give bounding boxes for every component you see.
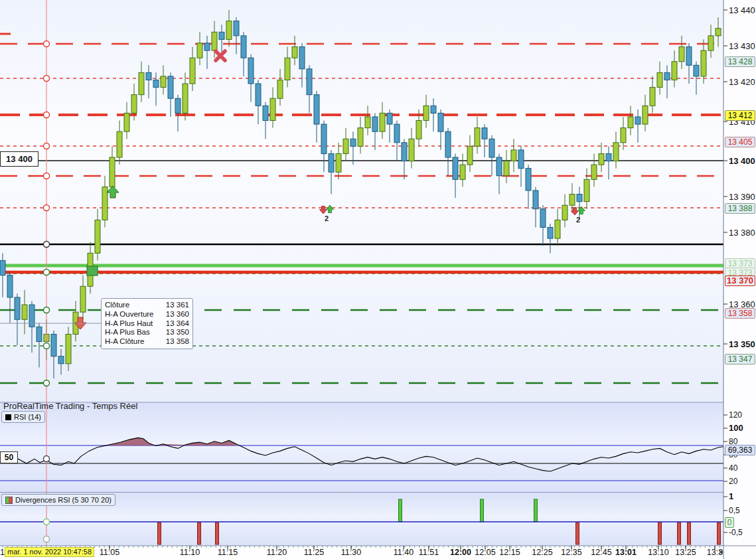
data-tooltip: Clôture13 361 H-A Ouverture13 360 H-A Pl… (101, 298, 193, 349)
rsi-tick-label: 20 (729, 477, 737, 485)
divergence-bar (216, 522, 219, 544)
time-tick-label: 13:25 (675, 548, 696, 557)
divergences-indicator-legend[interactable]: Divergences RSI (5 30 70 20) (1, 494, 115, 506)
time-tick-label: 11:10 (180, 548, 200, 557)
price-alert-box: 13 428 (725, 56, 755, 67)
time-tick-label: 12:45 (591, 548, 611, 557)
divergence-bar (658, 522, 662, 544)
price-tick-label: 13 350 (729, 340, 755, 349)
rsi-tick-label: 40 (729, 464, 737, 472)
rsi-current-value: 69,363 (725, 445, 755, 455)
time-tick-label: 11:30 (341, 548, 361, 557)
left-price-label: 13 400 (0, 151, 38, 167)
time-tick-label: 11:20 (267, 548, 287, 557)
divergence-bar (678, 522, 681, 544)
crosshair-node (44, 76, 50, 82)
tooltip-value: 13 350 (166, 328, 189, 337)
time-tick-label: 11:15 (218, 548, 238, 557)
price-alert-box: 13 405 (725, 137, 755, 147)
divergence-bar (534, 499, 538, 522)
time-tick-label: 12:25 (532, 548, 552, 557)
tooltip-label: Clôture (105, 301, 129, 310)
crosshair-node (44, 173, 50, 179)
time-tick-label: 12:35 (561, 548, 581, 557)
price-alert-box: 13 347 (725, 354, 755, 364)
time-tick-label: 11:51 (419, 548, 439, 557)
chart-canvas[interactable]: 22 (0, 0, 756, 559)
time-tick-label: 13:10 (648, 548, 668, 557)
price-tick-label: 13 440 (729, 6, 755, 15)
crosshair-node (44, 380, 50, 386)
time-tick-label: 13:01 (615, 548, 637, 557)
rsi-legend-icon (5, 414, 11, 420)
price-tick-label: 13 430 (729, 42, 755, 50)
crosshair-node (44, 143, 50, 149)
time-axis-prefix: 1 (0, 548, 5, 557)
tooltip-label: H-A Clôture (105, 337, 144, 347)
price-tick-label: 13 390 (729, 193, 755, 201)
crosshair-node (44, 343, 50, 349)
crosshair-node (44, 112, 50, 118)
price-alert-box: 13 358 (725, 308, 755, 319)
crosshair-node (44, 205, 50, 211)
time-tick-label: 11:25 (304, 548, 324, 557)
divergences-legend-label: Divergences RSI (5 30 70 20) (15, 496, 112, 504)
divergence-tick-label: -0,5 (729, 528, 743, 536)
price-alert-box: 13 388 (725, 203, 755, 214)
crosshair-node (44, 270, 50, 276)
crosshair-node (44, 242, 50, 248)
divergence-bar (481, 499, 484, 522)
tooltip-label: H-A Plus Haut (105, 319, 153, 329)
crosshair-node (44, 519, 50, 525)
price-tick-label: 13 400 (729, 157, 755, 165)
scroll-right-button[interactable]: » (716, 546, 726, 557)
divergence-bar (718, 522, 721, 544)
divergence-tick-label: 1 (729, 493, 733, 501)
divergence-tick-label: 0,5 (729, 507, 740, 515)
price-tick-label: 13 420 (729, 78, 755, 86)
price-alert-box: 13 412 (725, 110, 755, 121)
tooltip-label: H-A Ouverture (105, 310, 154, 319)
tooltip-value: 13 358 (166, 337, 189, 347)
divergences-legend-icon (5, 497, 13, 504)
crosshair-node (44, 41, 50, 47)
rsi-indicator-legend[interactable]: RSI (14) (1, 411, 45, 423)
time-tick-label: 12:15 (499, 548, 520, 557)
marker-count: 2 (576, 216, 580, 224)
tooltip-label: H-A Plus Bas (105, 328, 150, 337)
tooltip-value: 13 361 (166, 301, 189, 310)
divergence-bar (198, 522, 201, 544)
marker-count: 2 (325, 214, 329, 222)
price-alert-box: 13 370 (725, 276, 755, 286)
rsi-legend-label: RSI (14) (14, 413, 41, 421)
rsi-midline-label: 50 (0, 451, 18, 463)
position-square-icon (87, 266, 98, 276)
time-tick-label: 12:00 (450, 548, 471, 557)
tooltip-value: 13 360 (166, 310, 189, 319)
tooltip-value: 13 364 (166, 319, 189, 329)
crosshair-node (44, 307, 50, 313)
price-tick-label: 13 380 (729, 228, 755, 237)
divergence-bar (576, 522, 579, 544)
time-tick-label: 12:05 (475, 548, 495, 557)
time-tick-label: 11:05 (100, 548, 119, 557)
crosshair-node (44, 456, 50, 462)
divergence-bar (158, 522, 161, 544)
cursor-date-label[interactable]: mar. 1 nov. 2022 10:47:58 (5, 547, 94, 557)
platform-watermark: ProRealTime Trading - Temps Réel (3, 401, 137, 411)
trading-app: 22 13 400 13 44013 43013 42013 41013 400… (0, 0, 756, 559)
rsi-tick-label: 120 (729, 411, 742, 419)
divergence-zero-label: 0 (725, 517, 734, 528)
time-tick-label: 11:40 (394, 548, 414, 557)
crosshair-node (44, 536, 50, 542)
divergence-bar (399, 499, 402, 522)
rsi-tick-label: 100 (729, 424, 743, 432)
divergence-bar (688, 522, 691, 544)
